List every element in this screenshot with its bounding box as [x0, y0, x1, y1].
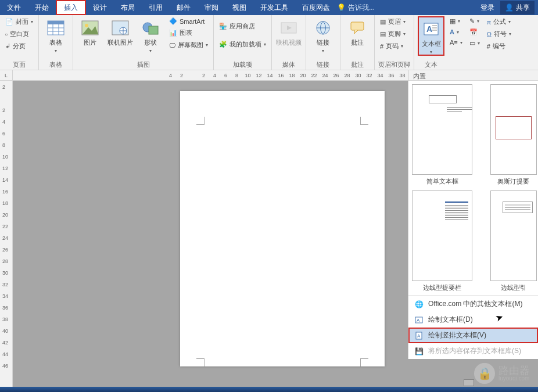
- online-picture-icon: [111, 19, 130, 37]
- ribbon-group-addins: 🏪应用商店 🧩我的加载项▾ 加载项: [214, 15, 272, 70]
- blank-page-button[interactable]: ▫空白页: [3, 28, 35, 39]
- header-button[interactable]: ▤页眉▾: [378, 16, 407, 27]
- chart-button[interactable]: 📊图表: [167, 27, 210, 38]
- menu-draw-textbox[interactable]: A 绘制文本框(D): [408, 312, 538, 328]
- comment-icon: [348, 19, 367, 37]
- table-button[interactable]: 表格▾: [42, 16, 69, 53]
- ribbon-group-headerfooter: ▤页眉▾ ▤页脚▾ #页码▾ 页眉和页脚: [375, 15, 414, 70]
- ribbon-group-pages: 📄封面▾ ▫空白页 ↲分页 页面: [0, 15, 39, 70]
- person-icon: 👤: [505, 3, 514, 12]
- group-label: 页眉和页脚: [378, 59, 410, 70]
- tab-view[interactable]: 视图: [225, 0, 253, 15]
- gallery-item-austin[interactable]: 奥斯汀提要: [480, 84, 538, 186]
- smartart-icon: 🔷: [169, 17, 177, 25]
- margin-indicator: [196, 117, 205, 125]
- footer-icon: ▤: [380, 30, 386, 38]
- margin-indicator: [196, 358, 205, 366]
- tab-mailings[interactable]: 邮件: [170, 0, 198, 15]
- gallery-item-sidebar[interactable]: 边线型提要栏: [412, 190, 472, 292]
- cover-page-button[interactable]: 📄封面▾: [3, 16, 35, 27]
- pi-icon: π: [487, 19, 492, 26]
- smartart-button[interactable]: 🔷SmartArt: [167, 16, 210, 26]
- object-icon: ▭: [469, 39, 475, 47]
- svg-rect-1: [48, 21, 64, 24]
- svg-text:A: A: [417, 333, 421, 339]
- svg-rect-14: [351, 22, 364, 30]
- page-number-button[interactable]: #页码▾: [378, 41, 407, 52]
- page[interactable]: [180, 91, 385, 366]
- taskbar: [0, 387, 538, 392]
- tab-home[interactable]: 开始: [28, 0, 56, 15]
- comment-button[interactable]: 批注: [344, 16, 371, 47]
- ribbon-tabs: 文件 开始 插入 设计 布局 引用 邮件 审阅 视图 开发工具 百度网盘: [0, 0, 337, 15]
- group-label: 加载项: [217, 59, 268, 70]
- online-video-button: 联机视频: [275, 16, 302, 47]
- thumb: [412, 84, 472, 175]
- gallery-item-simple[interactable]: 简单文本框: [412, 84, 472, 186]
- footer-button[interactable]: ▤页脚▾: [378, 28, 407, 39]
- thumb: [490, 190, 537, 281]
- ribbon-group-illustrations: 图片 联机图片 形状▾ 🔷SmartArt 📊图表 🖵屏幕截图▾ 插图: [73, 15, 214, 70]
- title-bar: 文件 开始 插入 设计 布局 引用 邮件 审阅 视图 开发工具 百度网盘 💡 告…: [0, 0, 538, 15]
- chart-icon: 📊: [169, 29, 177, 37]
- tab-review[interactable]: 审阅: [198, 0, 225, 15]
- store-button[interactable]: 🏪应用商店: [217, 21, 268, 32]
- group-label: 批注: [344, 59, 371, 70]
- textbox-v-icon: A: [414, 331, 424, 340]
- datetime-button[interactable]: 📅: [468, 27, 482, 37]
- scrollbar-thumb[interactable]: [464, 379, 474, 386]
- tab-insert[interactable]: 插入: [56, 0, 86, 15]
- menu-draw-vertical-textbox[interactable]: A 绘制竖排文本框(V): [408, 328, 538, 343]
- save-icon: 💾: [414, 347, 424, 356]
- number-icon: #: [487, 43, 490, 50]
- shapes-button[interactable]: 形状▾: [137, 16, 164, 53]
- textbox-icon: A: [422, 20, 440, 38]
- share-button[interactable]: 👤 共享: [500, 1, 535, 15]
- group-label: 文本: [418, 59, 513, 70]
- lightbulb-icon: 💡: [337, 3, 346, 12]
- ribbon-group-text: A 文本框▾ ▦▾ A▾ A≡▾ ✎▾ 📅 ▭▾ π公式▾ Ω符号▾ #编号 文…: [414, 15, 517, 70]
- screenshot-button[interactable]: 🖵屏幕截图▾: [167, 39, 210, 51]
- quick-parts-button[interactable]: ▦▾: [448, 16, 464, 26]
- tab-references[interactable]: 引用: [142, 0, 170, 15]
- cover-page-icon: 📄: [5, 18, 13, 26]
- svg-point-7: [85, 24, 88, 27]
- link-button[interactable]: 链接▾: [310, 16, 336, 53]
- group-label: 链接: [310, 59, 336, 70]
- drop-cap-button[interactable]: A≡▾: [448, 38, 464, 47]
- symbol-button[interactable]: Ω符号▾: [485, 28, 513, 39]
- pagenum-icon: #: [380, 43, 383, 50]
- gallery-item-quote[interactable]: 边线型引: [480, 190, 538, 292]
- textbox-button[interactable]: A 文本框▾: [418, 16, 444, 56]
- my-addins-button[interactable]: 🧩我的加载项▾: [217, 39, 268, 50]
- link-icon: [314, 19, 332, 37]
- tab-file[interactable]: 文件: [0, 0, 28, 15]
- menu-office-textboxes[interactable]: 🌐 Office.com 中的其他文本框(M): [408, 296, 538, 312]
- header-icon: ▤: [380, 18, 386, 26]
- office-icon: 🌐: [414, 300, 424, 309]
- addin-icon: 🧩: [219, 41, 227, 48]
- lock-icon: 🔒: [474, 363, 495, 384]
- workspace: L 22468101214161820222426283032343638404…: [0, 70, 538, 387]
- tab-baidu[interactable]: 百度网盘: [295, 0, 337, 15]
- number-button[interactable]: #编号: [485, 41, 513, 52]
- equation-button[interactable]: π公式▾: [485, 16, 513, 27]
- thumb: [412, 190, 472, 281]
- table-icon: [46, 19, 65, 37]
- tab-developer[interactable]: 开发工具: [253, 0, 295, 15]
- signature-button[interactable]: ✎▾: [468, 16, 482, 26]
- login-button[interactable]: 登录: [477, 2, 498, 14]
- margin-indicator: [360, 358, 368, 366]
- group-label: 媒体: [275, 59, 302, 70]
- signature-icon: ✎: [469, 17, 475, 25]
- object-button[interactable]: ▭▾: [468, 38, 482, 48]
- pictures-button[interactable]: 图片: [77, 16, 103, 47]
- tab-layout[interactable]: 布局: [114, 0, 142, 15]
- online-pictures-button[interactable]: 联机图片: [107, 16, 134, 47]
- tab-design[interactable]: 设计: [86, 0, 114, 15]
- shapes-icon: [141, 19, 160, 37]
- page-break-button[interactable]: ↲分页: [3, 41, 35, 52]
- wordart-button[interactable]: A▾: [448, 27, 464, 37]
- textbox-h-icon: A: [414, 315, 424, 325]
- tell-me-search[interactable]: 💡 告诉我...: [337, 3, 375, 13]
